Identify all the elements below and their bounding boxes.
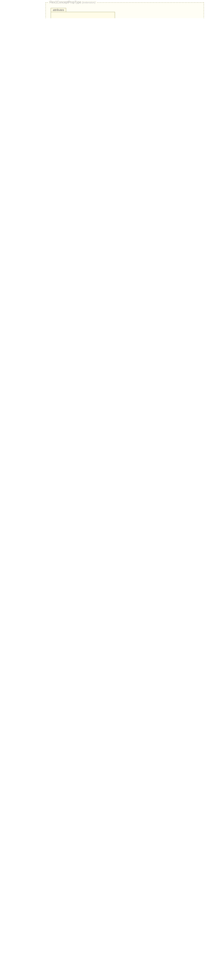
attributes-tab: attributes	[51, 8, 66, 12]
type-frame: Flex1ConceptPropType (extension) attribu…	[46, 2, 204, 18]
attributes-frame: attributes idThe local identifier of the…	[51, 12, 115, 18]
type-label: Flex1ConceptPropType (extension)	[48, 1, 97, 4]
